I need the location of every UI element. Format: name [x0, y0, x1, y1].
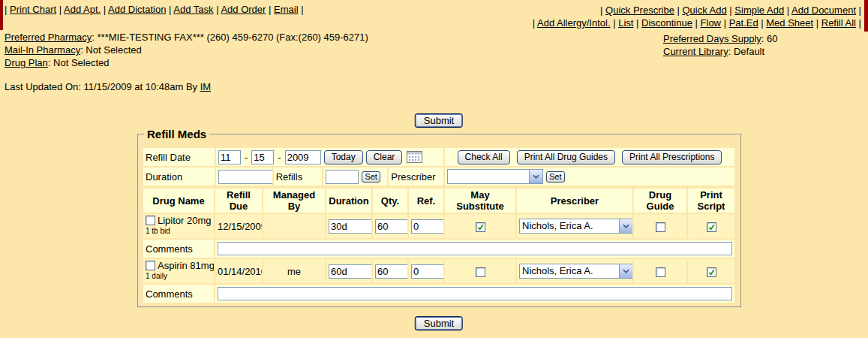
comments-label: Comments [143, 240, 214, 258]
drug-name: Aspirin 81mg [158, 260, 214, 271]
drug-plan-value: : Not Selected [48, 57, 110, 68]
refill-day-input[interactable] [251, 150, 274, 164]
nav-link-add-order[interactable]: Add Order [221, 4, 266, 15]
top-nav-right-row2: | Add Allergy/Intol. | List | Discontinu… [533, 17, 861, 29]
print-all-prescriptions-button[interactable]: Print All Prescriptions [622, 150, 722, 164]
last-updated-user-link[interactable]: IM [200, 81, 211, 92]
nav-link-quick-add[interactable]: Quick Add [682, 5, 726, 16]
may-substitute-checkbox[interactable] [476, 267, 485, 277]
drug-sig: 1 tb bid [146, 227, 212, 235]
drug-name: Lipitor 20mg [158, 215, 212, 226]
submit-button-top[interactable]: Submit [415, 113, 463, 128]
set-refills-button[interactable]: Set [362, 171, 380, 183]
nav-link-add-apt[interactable]: Add Apt. [64, 4, 101, 15]
col-header-refill-due: Refill Due [215, 189, 262, 213]
days-supply-value: : 60 [761, 33, 778, 44]
qty-input[interactable] [375, 264, 407, 279]
nav-link-refill-all[interactable]: Refill All [821, 17, 856, 29]
meds-header-row: Drug Name Refill Due Managed By Duration… [143, 189, 734, 213]
nav-link-quick-prescribe[interactable]: Quick Prescribe [605, 5, 674, 16]
right-accent-bar [864, 0, 868, 32]
refill-month-input[interactable] [218, 150, 241, 164]
managed-by-value: me [263, 259, 325, 283]
current-library-value: : Default [728, 46, 764, 57]
days-supply-line: Preferred Days Supply: 60 [663, 32, 777, 45]
meds-table: Drug Name Refill Due Managed By Duration… [142, 187, 736, 304]
refill-controls-table: Refill Date - - Today Clear [142, 146, 736, 187]
duration-input[interactable] [329, 264, 371, 279]
set-prescriber-button[interactable]: Set [546, 171, 565, 183]
supply-info: Preferred Days Supply: 60 Current Librar… [663, 32, 777, 58]
drug-sig: 1 daily [146, 272, 212, 280]
comments-row: Comments [143, 240, 734, 258]
today-button[interactable]: Today [324, 150, 363, 164]
med-row-aspirin: Aspirin 81mg 1 daily 01/14/2010 me Nicho… [143, 259, 734, 283]
print-script-checkbox[interactable] [707, 267, 716, 277]
refill-meds-fieldset: Refill Meds Refill Date - - Today Clear [137, 128, 742, 308]
drug-plan-label: Drug Plan [5, 57, 48, 68]
select-med-checkbox[interactable] [146, 261, 155, 270]
prescriber-select-value: Nichols, Erica A. [520, 219, 619, 233]
col-header-drug-guide: Drug Guide [634, 189, 686, 213]
calendar-icon[interactable] [407, 151, 422, 163]
col-header-ref: Ref. [409, 189, 443, 213]
drug-guide-checkbox[interactable] [656, 267, 665, 277]
nav-link-add-document[interactable]: Add Document [791, 5, 856, 16]
ref-input[interactable] [411, 219, 443, 234]
may-substitute-checkbox[interactable] [476, 222, 485, 232]
bulk-duration-input[interactable] [218, 170, 272, 184]
refill-date-cell: - - Today Clear [216, 148, 443, 166]
select-med-checkbox[interactable] [146, 216, 155, 225]
bulk-refills-label: Refills [274, 167, 323, 186]
top-nav-left: | Print Chart | Add Apt. | Add Dictation… [5, 4, 304, 15]
preferred-pharmacy-line: Preferred Pharmacy: ***MIE-TESTING FAX**… [5, 31, 368, 44]
nav-link-print-chart[interactable]: Print Chart [10, 4, 56, 15]
top-nav-right-row1: | Quick Prescribe | Quick Add | Simple A… [533, 4, 861, 17]
nav-link-pat-ed[interactable]: Pat.Ed [729, 17, 758, 29]
current-library-label: Current Library [663, 46, 728, 57]
nav-link-flow[interactable]: Flow [701, 17, 721, 29]
qty-input[interactable] [375, 219, 407, 234]
comments-label: Comments [143, 285, 214, 303]
prescriber-select[interactable]: Nichols, Erica A. [519, 219, 632, 234]
col-header-may-substitute: May Substitute [445, 189, 515, 213]
left-accent-bar [0, 0, 3, 30]
current-library-line: Current Library: Default [663, 45, 777, 58]
nav-link-discontinue[interactable]: Discontinue [641, 17, 692, 29]
nav-link-email[interactable]: Email [274, 4, 299, 15]
chevron-down-icon [619, 264, 632, 278]
nav-link-add-task[interactable]: Add Task [173, 4, 213, 15]
duration-input[interactable] [329, 219, 371, 234]
refill-date-label: Refill Date [143, 148, 215, 166]
ref-input[interactable] [411, 264, 443, 279]
print-script-checkbox[interactable] [707, 222, 716, 232]
bulk-refills-input[interactable] [326, 170, 359, 184]
col-header-prescriber: Prescriber [517, 189, 632, 213]
bulk-prescriber-label: Prescriber [389, 167, 443, 186]
last-updated-line: Last Updated On: 11/15/2009 at 10:48am B… [5, 81, 211, 92]
nav-link-list[interactable]: List [618, 17, 633, 29]
check-all-button[interactable]: Check All [458, 150, 510, 164]
comments-input[interactable] [218, 287, 732, 300]
drug-guide-checkbox[interactable] [656, 222, 665, 232]
nav-link-simple-add[interactable]: Simple Add [734, 5, 784, 16]
nav-link-add-dictation[interactable]: Add Dictation [108, 4, 166, 15]
refill-due-value: 01/14/2010 [215, 259, 262, 283]
nav-link-med-sheet[interactable]: Med Sheet [766, 17, 813, 29]
submit-button-bottom[interactable]: Submit [415, 316, 463, 330]
col-header-drug-name: Drug Name [143, 189, 214, 213]
prescriber-select[interactable]: Nichols, Erica A. [519, 264, 632, 279]
refill-year-input[interactable] [285, 150, 321, 164]
print-all-drug-guides-button[interactable]: Print All Drug Guides [517, 150, 615, 164]
last-updated-text: Last Updated On: 11/15/2009 at 10:48am B… [5, 81, 200, 92]
managed-by-value [263, 214, 325, 238]
mail-in-pharmacy-value: : Not Selected [80, 44, 142, 56]
clear-button[interactable]: Clear [366, 150, 403, 164]
refill-due-value: 12/15/2009 [215, 214, 262, 238]
col-header-managed-by: Managed By [263, 189, 325, 213]
days-supply-label: Preferred Days Supply [663, 33, 761, 44]
bulk-duration-label: Duration [143, 167, 215, 186]
comments-input[interactable] [218, 242, 732, 255]
nav-link-add-allergy-intol[interactable]: Add Allergy/Intol. [537, 17, 611, 29]
bulk-prescriber-select[interactable] [447, 169, 543, 184]
